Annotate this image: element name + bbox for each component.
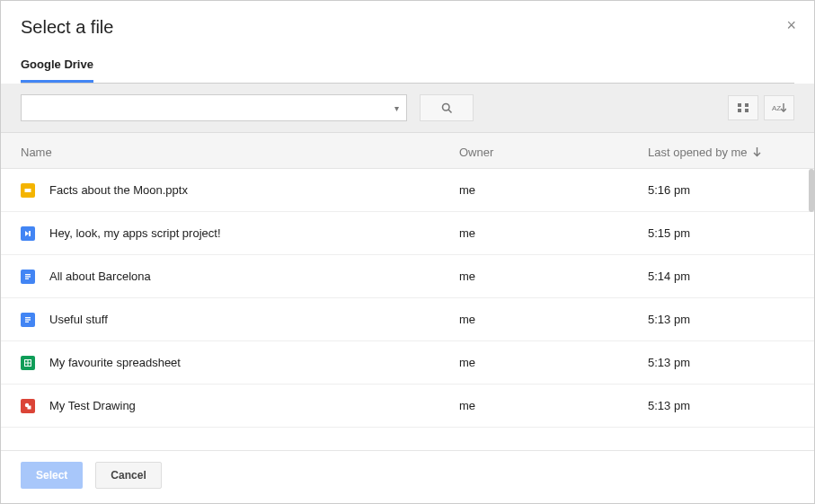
- file-row[interactable]: All about Barceloname5:14 pm: [1, 255, 814, 298]
- file-type-icon: [21, 270, 49, 284]
- svg-rect-17: [25, 321, 29, 322]
- file-owner: me: [459, 356, 648, 369]
- file-name: Useful stuff: [49, 313, 459, 326]
- file-owner: me: [459, 313, 648, 326]
- grid-icon: [737, 102, 749, 113]
- svg-marker-10: [25, 231, 29, 236]
- file-owner: me: [459, 183, 648, 197]
- file-time: 5:13 pm: [648, 313, 794, 326]
- svg-rect-9: [25, 189, 31, 192]
- close-icon[interactable]: ×: [786, 17, 796, 33]
- column-header-name[interactable]: Name: [21, 146, 459, 159]
- select-button[interactable]: Select: [21, 462, 83, 489]
- file-type-icon: [21, 313, 49, 327]
- file-row[interactable]: Useful stuffme5:13 pm: [1, 298, 814, 341]
- svg-text:AZ: AZ: [772, 104, 781, 112]
- file-time: 5:13 pm: [648, 356, 794, 369]
- column-header-opened[interactable]: Last opened by me: [648, 146, 794, 159]
- file-name: Hey, look, my apps script project!: [49, 226, 459, 240]
- sort-button[interactable]: AZ: [764, 95, 794, 120]
- dialog-header: Select a file × Google Drive: [1, 1, 814, 84]
- file-type-icon: [21, 356, 49, 370]
- svg-rect-16: [25, 319, 31, 320]
- grid-view-button[interactable]: [728, 95, 758, 120]
- search-icon: [440, 102, 454, 115]
- svg-rect-11: [29, 231, 31, 236]
- search-wrap: ▾: [21, 94, 474, 121]
- file-name: My Test Drawing: [49, 399, 459, 412]
- file-owner: me: [459, 399, 648, 412]
- file-row[interactable]: My favourite spreadsheetme5:13 pm: [1, 341, 814, 385]
- file-name: All about Barcelona: [49, 270, 459, 283]
- scrollbar-thumb[interactable]: [809, 169, 814, 212]
- column-header-owner[interactable]: Owner: [459, 146, 648, 159]
- svg-rect-22: [28, 405, 31, 409]
- search-input[interactable]: ▾: [21, 94, 407, 121]
- dialog-title: Select a file: [21, 17, 794, 38]
- svg-rect-14: [25, 278, 29, 279]
- toolbar-right: AZ: [728, 95, 794, 120]
- svg-rect-2: [738, 103, 741, 107]
- sort-az-icon: AZ: [772, 102, 786, 113]
- column-header-opened-label: Last opened by me: [648, 146, 748, 159]
- search-button[interactable]: [420, 94, 474, 121]
- tabs: Google Drive: [21, 50, 794, 84]
- svg-rect-15: [25, 317, 31, 318]
- svg-rect-12: [25, 274, 31, 275]
- svg-rect-5: [745, 109, 749, 112]
- file-type-icon: [21, 399, 49, 413]
- chevron-down-icon[interactable]: ▾: [386, 103, 406, 113]
- arrow-down-icon: [753, 147, 761, 157]
- file-owner: me: [459, 270, 648, 283]
- toolbar: ▾ AZ: [1, 84, 814, 133]
- file-type-icon: [21, 183, 49, 198]
- file-name: My favourite spreadsheet: [49, 356, 459, 369]
- file-type-icon: [21, 226, 49, 241]
- file-time: 5:16 pm: [648, 183, 794, 197]
- svg-point-0: [442, 103, 449, 111]
- svg-rect-13: [25, 276, 31, 277]
- cancel-button[interactable]: Cancel: [95, 462, 161, 489]
- file-row[interactable]: Facts about the Moon.pptxme5:16 pm: [1, 169, 814, 212]
- column-headers: Name Owner Last opened by me: [1, 133, 814, 169]
- file-name: Facts about the Moon.pptx: [49, 183, 459, 197]
- svg-line-1: [448, 110, 451, 112]
- tab-google-drive[interactable]: Google Drive: [21, 50, 93, 83]
- file-row[interactable]: Hey, look, my apps script project!me5:15…: [1, 212, 814, 255]
- svg-rect-4: [738, 109, 741, 112]
- file-owner: me: [459, 226, 648, 240]
- dialog-footer: Select Cancel: [1, 450, 814, 503]
- file-time: 5:13 pm: [648, 399, 794, 412]
- file-time: 5:14 pm: [648, 270, 794, 283]
- file-picker-dialog: Select a file × Google Drive ▾ AZ: [0, 0, 815, 504]
- file-time: 5:15 pm: [648, 226, 794, 240]
- svg-rect-3: [745, 103, 749, 107]
- file-row[interactable]: My Test Drawingme5:13 pm: [1, 385, 814, 428]
- file-list[interactable]: Facts about the Moon.pptxme5:16 pmHey, l…: [1, 169, 814, 450]
